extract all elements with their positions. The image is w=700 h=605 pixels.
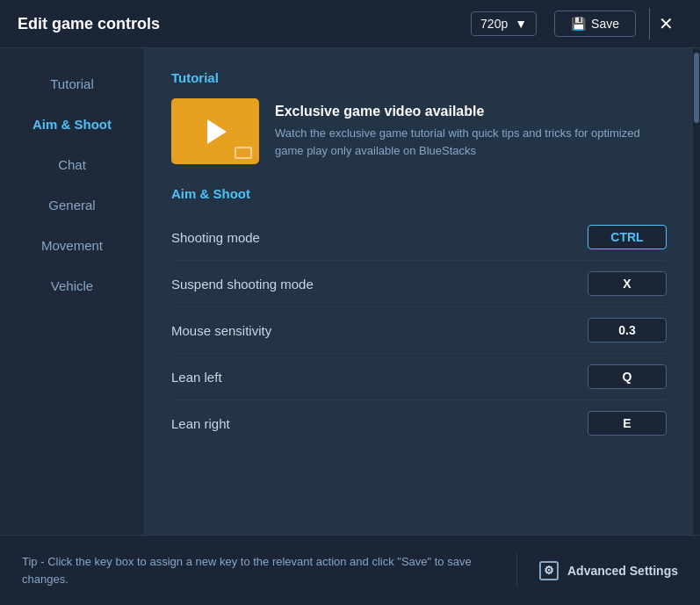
key-badge-suspend-shooting[interactable]: X: [588, 271, 667, 296]
control-label-mouse-sensitivity: Mouse sensitivity: [171, 323, 271, 338]
control-row-suspend-shooting: Suspend shooting mode X: [171, 261, 667, 307]
tutorial-title: Exclusive game video available: [275, 104, 667, 119]
sidebar-item-movement[interactable]: Movement: [0, 227, 144, 263]
chevron-down-icon: ▼: [515, 17, 527, 31]
content-area: Tutorial Exclusive game video available …: [145, 48, 693, 535]
main-container: Tutorial Aim & Shoot Chat General Moveme…: [0, 48, 700, 535]
header: Edit game controls 720p ▼ 💾 Save ✕: [0, 0, 700, 48]
save-icon: 💾: [571, 17, 586, 31]
scrollbar-track[interactable]: [693, 48, 700, 535]
advanced-settings-label: Advanced Settings: [567, 564, 678, 578]
control-row-shooting-mode: Shooting mode CTRL: [171, 214, 667, 261]
resolution-value: 720p: [480, 17, 508, 31]
sidebar: Tutorial Aim & Shoot Chat General Moveme…: [0, 48, 145, 535]
resolution-dropdown[interactable]: 720p ▼: [471, 11, 537, 36]
aim-shoot-section-header: Aim & Shoot: [171, 186, 667, 201]
video-thumbnail[interactable]: [171, 98, 259, 164]
scrollbar-thumb[interactable]: [694, 53, 699, 123]
header-actions: 💾 Save ✕: [554, 8, 682, 40]
tutorial-description: Watch the exclusive game tutorial with q…: [275, 125, 667, 159]
sidebar-item-general[interactable]: General: [0, 187, 144, 223]
control-row-mouse-sensitivity: Mouse sensitivity 0.3: [171, 307, 667, 354]
control-label-lean-left: Lean left: [171, 370, 222, 385]
control-label-suspend-shooting: Suspend shooting mode: [171, 277, 314, 292]
control-label-lean-right: Lean right: [171, 416, 230, 431]
play-icon: [207, 119, 227, 144]
sidebar-item-tutorial[interactable]: Tutorial: [0, 66, 144, 102]
save-button[interactable]: 💾 Save: [554, 11, 636, 37]
control-row-lean-left: Lean left Q: [171, 354, 667, 400]
key-badge-shooting-mode[interactable]: CTRL: [588, 225, 667, 249]
tutorial-section-header: Tutorial: [171, 70, 667, 85]
settings-icon: ⚙: [539, 561, 559, 580]
key-badge-lean-left[interactable]: Q: [588, 364, 667, 389]
advanced-settings-button[interactable]: ⚙ Advanced Settings: [517, 561, 700, 580]
sidebar-item-chat[interactable]: Chat: [0, 147, 144, 183]
control-row-lean-right: Lean right E: [171, 400, 667, 446]
tutorial-card: Exclusive game video available Watch the…: [171, 98, 667, 164]
key-badge-lean-right[interactable]: E: [588, 411, 667, 436]
footer-tip: Tip - Click the key box to assign a new …: [0, 553, 517, 587]
sidebar-item-aim-shoot[interactable]: Aim & Shoot: [0, 106, 144, 142]
key-badge-mouse-sensitivity[interactable]: 0.3: [588, 318, 667, 342]
control-label-shooting-mode: Shooting mode: [171, 230, 260, 245]
sidebar-item-vehicle[interactable]: Vehicle: [0, 268, 144, 304]
tutorial-text: Exclusive game video available Watch the…: [275, 104, 667, 159]
page-title: Edit game controls: [18, 15, 471, 33]
screen-icon: [235, 147, 252, 159]
close-button[interactable]: ✕: [649, 8, 682, 40]
footer: Tip - Click the key box to assign a new …: [0, 535, 700, 605]
